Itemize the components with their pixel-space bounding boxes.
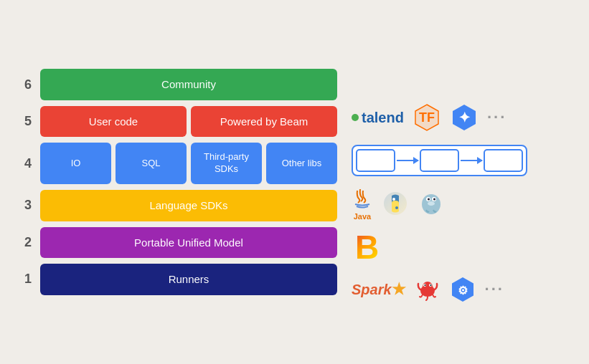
svg-text:B: B: [355, 229, 379, 264]
layer-4-third-party-sdks: Third-party SDKs: [191, 143, 262, 184]
icons-area: talend TF ✦ ···: [352, 56, 567, 308]
layer-4-blocks: IO SQL Third-party SDKs Other libs: [40, 143, 337, 184]
layer-3-number: 3: [22, 198, 34, 213]
pipeline-box-1: [356, 149, 395, 172]
flink-crab-icon: [415, 277, 440, 302]
icons-row-5: talend TF ✦ ···: [352, 99, 506, 136]
icons-row-2: B: [352, 228, 387, 265]
layer-1-runners: Runners: [40, 264, 337, 295]
svg-point-15: [428, 201, 435, 206]
layer-3-row: 3 Language SDKs: [22, 190, 337, 221]
pipeline-arrow-1: [397, 160, 418, 161]
svg-point-14: [433, 198, 435, 201]
samza-hex-icon: ⚙: [449, 276, 476, 303]
layer-1-row: 1 Runners: [22, 264, 337, 295]
row-5-dots: ···: [487, 108, 506, 127]
layer-5-number: 5: [22, 114, 34, 129]
layer-4-io: IO: [40, 143, 111, 184]
talend-text: talend: [362, 110, 404, 126]
svg-text:✦: ✦: [458, 110, 470, 125]
svg-point-18: [423, 282, 433, 292]
layer-4-row: 4 IO SQL Third-party SDKs Other libs: [22, 143, 337, 184]
java-label: Java: [354, 212, 371, 221]
layer-6-number: 6: [22, 77, 34, 92]
layer-4-number: 4: [22, 156, 34, 171]
layer-2-number: 2: [22, 235, 34, 250]
main-container: 6 Community 5 User code Powered by Beam …: [0, 42, 589, 322]
flink-logo-icon: B: [352, 229, 387, 264]
svg-text:⚙: ⚙: [458, 284, 468, 297]
talend-logo: talend: [352, 110, 404, 126]
python-icon: [382, 190, 409, 217]
layer-5-blocks: User code Powered by Beam: [40, 106, 337, 138]
layer-5-powered-by-beam: Powered by Beam: [191, 106, 337, 138]
svg-point-6: [392, 198, 395, 201]
icons-row-4: [352, 142, 527, 179]
row-1-dots: ···: [485, 280, 504, 299]
layer-5-row: 5 User code Powered by Beam: [22, 106, 337, 138]
layer-1-number: 1: [22, 272, 34, 287]
layer-4-sql: SQL: [116, 143, 187, 184]
layer-2-row: 2 Portable Unified Model: [22, 227, 337, 259]
pipeline-diagram: [352, 145, 527, 176]
spark-logo: Spark★: [352, 280, 406, 299]
architecture-layers: 6 Community 5 User code Powered by Beam …: [22, 69, 337, 294]
spark-star-icon: ★: [392, 280, 406, 299]
go-gopher-icon: [418, 190, 445, 217]
svg-point-22: [430, 284, 431, 286]
beam-hex-icon: ✦: [450, 103, 479, 132]
layer-5-user-code: User code: [40, 106, 187, 138]
icons-row-3: Java: [352, 185, 445, 222]
icons-row-1: Spark★ ⚙ ···: [352, 271, 504, 308]
talend-dot-icon: [352, 114, 359, 121]
tensorflow-icon: TF: [413, 103, 441, 132]
layer-6-row: 6 Community: [22, 69, 337, 100]
layer-2-portable-model: Portable Unified Model: [40, 227, 337, 259]
svg-point-7: [395, 206, 398, 209]
pipeline-arrow-2: [461, 160, 482, 161]
svg-point-21: [424, 284, 425, 286]
pipeline-box-2: [420, 149, 459, 172]
spark-text: Spark: [352, 282, 392, 298]
layer-3-language-sdks: Language SDKs: [40, 190, 337, 221]
pipeline-box-3: [484, 149, 523, 172]
layer-6-community: Community: [40, 69, 337, 100]
layer-4-other-libs: Other libs: [266, 143, 337, 184]
svg-point-13: [428, 198, 430, 201]
java-icon: Java: [352, 186, 373, 221]
svg-text:TF: TF: [419, 110, 435, 125]
